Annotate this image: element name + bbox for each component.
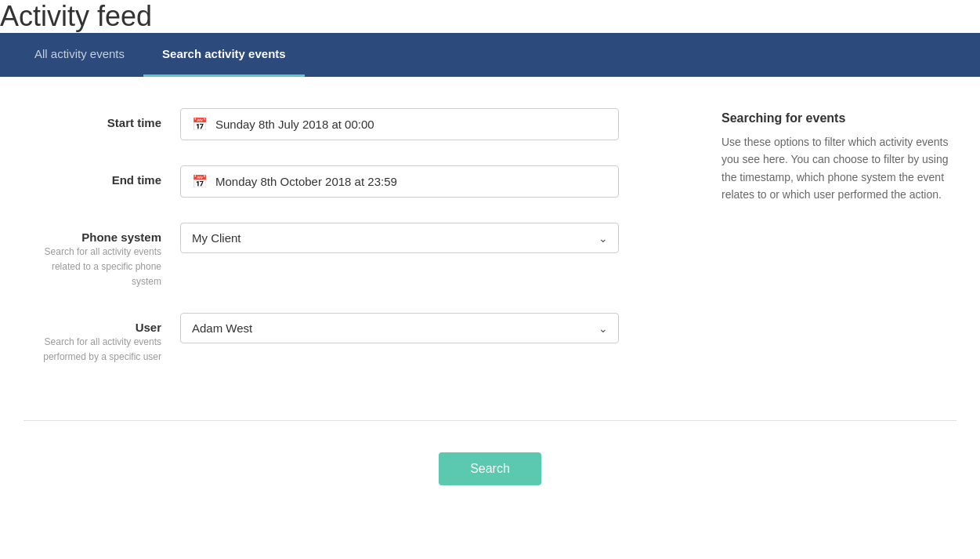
- sidebar-help-text: Use these options to filter which activi…: [721, 133, 956, 204]
- user-label-group: User Search for all activity events perf…: [24, 313, 180, 364]
- sidebar-help: Searching for events Use these options t…: [721, 108, 956, 389]
- sidebar-help-title: Searching for events: [721, 111, 956, 125]
- phone-system-label: Phone system: [24, 230, 161, 244]
- start-time-label-group: Start time: [24, 108, 180, 129]
- phone-system-input-wrapper: My Client Other Client ⌄: [180, 223, 619, 253]
- user-select-wrapper: Adam West Other User ⌄: [180, 313, 619, 343]
- start-time-input[interactable]: 📅 Sunday 8th July 2018 at 00:00: [180, 108, 619, 140]
- calendar-icon-start: 📅: [192, 117, 208, 132]
- page-header: Activity feed: [0, 0, 980, 33]
- end-time-value: Monday 8th October 2018 at 23:59: [215, 175, 397, 188]
- user-select[interactable]: Adam West Other User: [180, 313, 619, 343]
- user-row: User Search for all activity events perf…: [24, 313, 690, 364]
- phone-system-select[interactable]: My Client Other Client: [180, 223, 619, 253]
- user-sublabel: Search for all activity events performed…: [43, 336, 161, 362]
- start-time-value: Sunday 8th July 2018 at 00:00: [215, 118, 374, 131]
- form-section: Start time 📅 Sunday 8th July 2018 at 00:…: [24, 108, 690, 389]
- nav-bar: All activity events Search activity even…: [0, 33, 980, 77]
- end-time-row: End time 📅 Monday 8th October 2018 at 23…: [24, 165, 690, 198]
- phone-system-row: Phone system Search for all activity eve…: [24, 223, 690, 288]
- tab-all-activity[interactable]: All activity events: [16, 33, 143, 77]
- search-button-row: Search: [0, 429, 980, 501]
- phone-system-sublabel: Search for all activity events related t…: [45, 246, 161, 287]
- user-input-wrapper: Adam West Other User ⌄: [180, 313, 619, 343]
- phone-system-label-group: Phone system Search for all activity eve…: [24, 223, 180, 288]
- end-time-input-wrapper: 📅 Monday 8th October 2018 at 23:59: [180, 165, 619, 198]
- end-time-label: End time: [24, 173, 161, 187]
- search-button[interactable]: Search: [439, 452, 541, 485]
- calendar-icon-end: 📅: [192, 174, 208, 189]
- end-time-label-group: End time: [24, 165, 180, 187]
- tab-search-activity[interactable]: Search activity events: [143, 33, 305, 77]
- user-label: User: [24, 321, 161, 334]
- content-area: Start time 📅 Sunday 8th July 2018 at 00:…: [0, 77, 980, 412]
- end-time-input[interactable]: 📅 Monday 8th October 2018 at 23:59: [180, 165, 619, 198]
- start-time-row: Start time 📅 Sunday 8th July 2018 at 00:…: [24, 108, 690, 140]
- start-time-label: Start time: [24, 116, 161, 129]
- phone-system-select-wrapper: My Client Other Client ⌄: [180, 223, 619, 253]
- page-title: Activity feed: [0, 0, 980, 33]
- divider: [24, 420, 956, 421]
- start-time-input-wrapper: 📅 Sunday 8th July 2018 at 00:00: [180, 108, 619, 140]
